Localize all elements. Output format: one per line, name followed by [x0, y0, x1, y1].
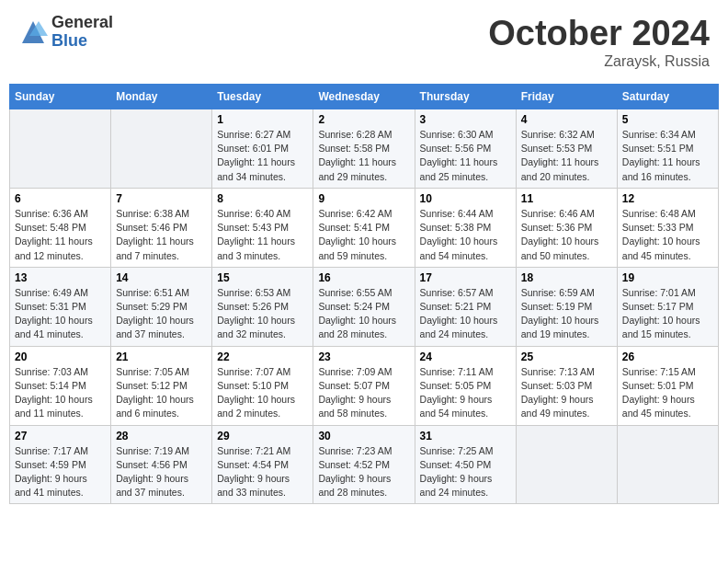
day-info: Sunrise: 6:28 AM Sunset: 5:58 PM Dayligh…: [318, 128, 409, 184]
day-cell: 20Sunrise: 7:03 AM Sunset: 5:14 PM Dayli…: [10, 346, 111, 425]
day-cell: 1Sunrise: 6:27 AM Sunset: 6:01 PM Daylig…: [212, 109, 313, 189]
day-cell: 3Sunrise: 6:30 AM Sunset: 5:56 PM Daylig…: [415, 109, 516, 189]
logo-icon: [18, 17, 48, 47]
day-info: Sunrise: 6:32 AM Sunset: 5:53 PM Dayligh…: [521, 128, 612, 184]
day-info: Sunrise: 7:17 AM Sunset: 4:59 PM Dayligh…: [15, 444, 106, 500]
day-number: 31: [420, 430, 511, 442]
column-header-tuesday: Tuesday: [212, 85, 313, 109]
day-cell: 12Sunrise: 6:48 AM Sunset: 5:33 PM Dayli…: [617, 188, 718, 267]
day-info: Sunrise: 6:49 AM Sunset: 5:31 PM Dayligh…: [15, 286, 106, 342]
day-info: Sunrise: 6:36 AM Sunset: 5:48 PM Dayligh…: [15, 207, 106, 263]
day-cell: 25Sunrise: 7:13 AM Sunset: 5:03 PM Dayli…: [516, 346, 617, 425]
day-info: Sunrise: 7:19 AM Sunset: 4:56 PM Dayligh…: [116, 444, 207, 500]
logo-text: General Blue: [51, 14, 113, 51]
day-number: 28: [116, 430, 207, 442]
day-cell: 8Sunrise: 6:40 AM Sunset: 5:43 PM Daylig…: [212, 188, 313, 267]
column-header-monday: Monday: [111, 85, 212, 109]
week-row: 20Sunrise: 7:03 AM Sunset: 5:14 PM Dayli…: [10, 346, 719, 425]
day-number: 25: [521, 350, 612, 363]
day-cell: 30Sunrise: 7:23 AM Sunset: 4:52 PM Dayli…: [313, 425, 415, 504]
day-cell: 22Sunrise: 7:07 AM Sunset: 5:10 PM Dayli…: [212, 346, 313, 425]
day-number: 27: [15, 430, 106, 442]
day-cell: 4Sunrise: 6:32 AM Sunset: 5:53 PM Daylig…: [516, 109, 617, 189]
week-row: 6Sunrise: 6:36 AM Sunset: 5:48 PM Daylig…: [10, 188, 719, 267]
day-info: Sunrise: 7:23 AM Sunset: 4:52 PM Dayligh…: [318, 444, 409, 500]
day-info: Sunrise: 6:27 AM Sunset: 6:01 PM Dayligh…: [217, 128, 308, 184]
day-cell: 10Sunrise: 6:44 AM Sunset: 5:38 PM Dayli…: [415, 188, 516, 267]
day-cell: [516, 425, 617, 504]
day-info: Sunrise: 7:05 AM Sunset: 5:12 PM Dayligh…: [116, 365, 207, 421]
day-number: 6: [15, 192, 106, 205]
column-header-saturday: Saturday: [617, 85, 718, 109]
day-number: 5: [622, 113, 713, 126]
day-number: 24: [420, 350, 511, 363]
day-cell: 16Sunrise: 6:55 AM Sunset: 5:24 PM Dayli…: [313, 267, 415, 346]
day-info: Sunrise: 7:03 AM Sunset: 5:14 PM Dayligh…: [15, 365, 106, 421]
day-number: 14: [116, 271, 207, 284]
title-block: October 2024 Zaraysk, Russia: [488, 14, 710, 70]
day-info: Sunrise: 6:30 AM Sunset: 5:56 PM Dayligh…: [420, 128, 511, 184]
day-number: 11: [521, 192, 612, 205]
day-cell: [111, 109, 212, 189]
day-cell: 9Sunrise: 6:42 AM Sunset: 5:41 PM Daylig…: [313, 188, 415, 267]
day-cell: 18Sunrise: 6:59 AM Sunset: 5:19 PM Dayli…: [516, 267, 617, 346]
day-number: 1: [217, 113, 308, 126]
day-number: 2: [318, 113, 409, 126]
week-row: 27Sunrise: 7:17 AM Sunset: 4:59 PM Dayli…: [10, 425, 719, 504]
day-info: Sunrise: 6:34 AM Sunset: 5:51 PM Dayligh…: [622, 128, 713, 184]
day-cell: 28Sunrise: 7:19 AM Sunset: 4:56 PM Dayli…: [111, 425, 212, 504]
day-number: 26: [622, 350, 713, 363]
day-info: Sunrise: 6:51 AM Sunset: 5:29 PM Dayligh…: [116, 286, 207, 342]
day-cell: 24Sunrise: 7:11 AM Sunset: 5:05 PM Dayli…: [415, 346, 516, 425]
day-info: Sunrise: 6:38 AM Sunset: 5:46 PM Dayligh…: [116, 207, 207, 263]
day-cell: 2Sunrise: 6:28 AM Sunset: 5:58 PM Daylig…: [313, 109, 415, 189]
column-header-wednesday: Wednesday: [313, 85, 415, 109]
logo-blue-text: Blue: [51, 32, 113, 51]
day-cell: [617, 425, 718, 504]
day-info: Sunrise: 6:48 AM Sunset: 5:33 PM Dayligh…: [622, 207, 713, 263]
day-info: Sunrise: 6:53 AM Sunset: 5:26 PM Dayligh…: [217, 286, 308, 342]
day-number: 4: [521, 113, 612, 126]
day-info: Sunrise: 6:42 AM Sunset: 5:41 PM Dayligh…: [318, 207, 409, 263]
day-cell: 27Sunrise: 7:17 AM Sunset: 4:59 PM Dayli…: [10, 425, 111, 504]
page-header: General Blue October 2024 Zaraysk, Russi…: [9, 9, 719, 75]
calendar-table: SundayMondayTuesdayWednesdayThursdayFrid…: [9, 84, 719, 504]
day-cell: 19Sunrise: 7:01 AM Sunset: 5:17 PM Dayli…: [617, 267, 718, 346]
column-header-sunday: Sunday: [10, 85, 111, 109]
day-cell: 6Sunrise: 6:36 AM Sunset: 5:48 PM Daylig…: [10, 188, 111, 267]
day-number: 13: [15, 271, 106, 284]
day-cell: 15Sunrise: 6:53 AM Sunset: 5:26 PM Dayli…: [212, 267, 313, 346]
day-info: Sunrise: 6:55 AM Sunset: 5:24 PM Dayligh…: [318, 286, 409, 342]
day-cell: 13Sunrise: 6:49 AM Sunset: 5:31 PM Dayli…: [10, 267, 111, 346]
day-number: 12: [622, 192, 713, 205]
day-info: Sunrise: 7:15 AM Sunset: 5:01 PM Dayligh…: [622, 365, 713, 421]
day-info: Sunrise: 6:44 AM Sunset: 5:38 PM Dayligh…: [420, 207, 511, 263]
day-number: 18: [521, 271, 612, 284]
day-cell: 23Sunrise: 7:09 AM Sunset: 5:07 PM Dayli…: [313, 346, 415, 425]
day-cell: 11Sunrise: 6:46 AM Sunset: 5:36 PM Dayli…: [516, 188, 617, 267]
location: Zaraysk, Russia: [488, 53, 710, 70]
day-info: Sunrise: 6:57 AM Sunset: 5:21 PM Dayligh…: [420, 286, 511, 342]
day-cell: 26Sunrise: 7:15 AM Sunset: 5:01 PM Dayli…: [617, 346, 718, 425]
day-cell: 14Sunrise: 6:51 AM Sunset: 5:29 PM Dayli…: [111, 267, 212, 346]
week-row: 1Sunrise: 6:27 AM Sunset: 6:01 PM Daylig…: [10, 109, 719, 189]
day-number: 20: [15, 350, 106, 363]
day-cell: 31Sunrise: 7:25 AM Sunset: 4:50 PM Dayli…: [415, 425, 516, 504]
day-info: Sunrise: 7:25 AM Sunset: 4:50 PM Dayligh…: [420, 444, 511, 500]
day-number: 16: [318, 271, 409, 284]
week-row: 13Sunrise: 6:49 AM Sunset: 5:31 PM Dayli…: [10, 267, 719, 346]
day-number: 22: [217, 350, 308, 363]
day-cell: [10, 109, 111, 189]
day-number: 8: [217, 192, 308, 205]
column-header-friday: Friday: [516, 85, 617, 109]
day-info: Sunrise: 7:07 AM Sunset: 5:10 PM Dayligh…: [217, 365, 308, 421]
day-info: Sunrise: 7:09 AM Sunset: 5:07 PM Dayligh…: [318, 365, 409, 421]
day-info: Sunrise: 7:21 AM Sunset: 4:54 PM Dayligh…: [217, 444, 308, 500]
day-number: 17: [420, 271, 511, 284]
day-info: Sunrise: 7:01 AM Sunset: 5:17 PM Dayligh…: [622, 286, 713, 342]
day-number: 19: [622, 271, 713, 284]
day-number: 9: [318, 192, 409, 205]
day-info: Sunrise: 6:46 AM Sunset: 5:36 PM Dayligh…: [521, 207, 612, 263]
day-cell: 5Sunrise: 6:34 AM Sunset: 5:51 PM Daylig…: [617, 109, 718, 189]
day-cell: 29Sunrise: 7:21 AM Sunset: 4:54 PM Dayli…: [212, 425, 313, 504]
